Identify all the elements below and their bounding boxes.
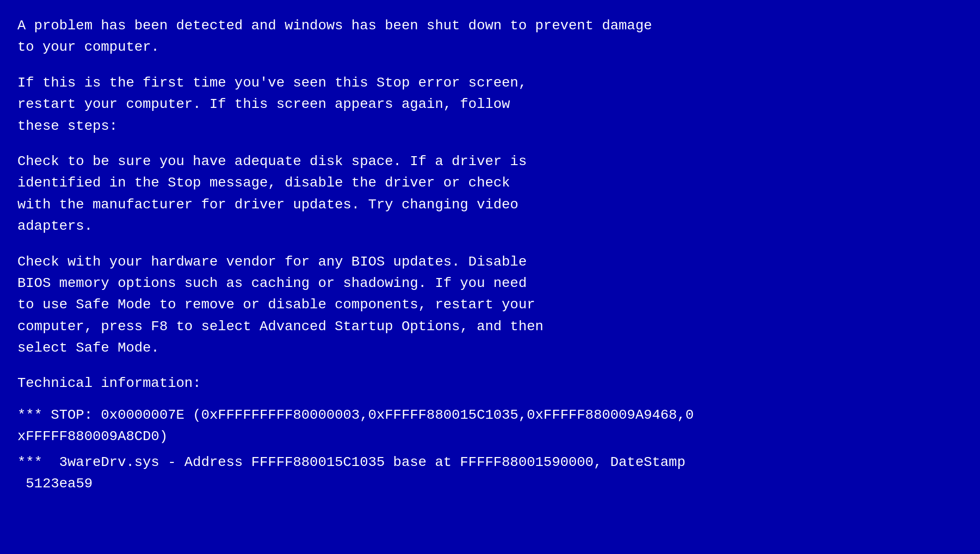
paragraph-1: A problem has been detected and windows …: [17, 15, 963, 58]
technical-information-label: Technical information:: [17, 372, 963, 394]
paragraph-3: Check to be sure you have adequate disk …: [17, 151, 963, 237]
bsod-screen: A problem has been detected and windows …: [0, 0, 980, 554]
paragraph-2: If this is the first time you've seen th…: [17, 72, 963, 137]
driver-info-line: *** 3wareDrv.sys - Address FFFFF880015C1…: [17, 452, 963, 495]
stop-error-line: *** STOP: 0x0000007E (0xFFFFFFFFF8000000…: [17, 404, 963, 448]
paragraph-4: Check with your hardware vendor for any …: [17, 251, 963, 359]
